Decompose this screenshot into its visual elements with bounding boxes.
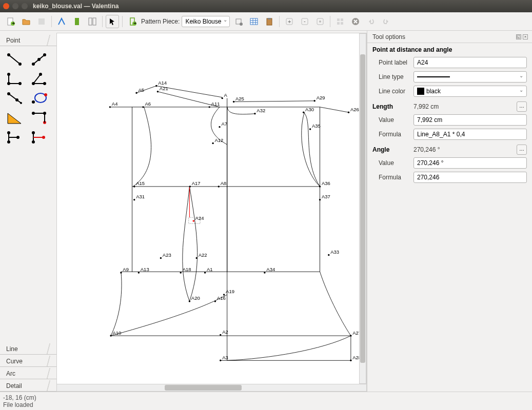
new-pattern-piece-button[interactable]: +	[126, 15, 139, 28]
tool-line-intersect-axis[interactable]	[29, 128, 49, 147]
tool-bisector[interactable]	[29, 70, 49, 88]
svg-text:A36: A36	[322, 180, 330, 186]
config-button[interactable]	[232, 15, 245, 28]
angle-value-input[interactable]	[413, 157, 527, 169]
table-button[interactable]	[247, 15, 261, 28]
svg-text:+: +	[133, 20, 136, 26]
svg-text:A15: A15	[136, 180, 145, 186]
svg-text:A16: A16	[217, 295, 226, 301]
svg-line-81	[234, 101, 315, 102]
svg-point-138	[204, 272, 206, 273]
svg-text:A30: A30	[305, 107, 314, 112]
horizontal-scrollbar[interactable]	[56, 384, 367, 392]
window-maximize-button[interactable]	[22, 3, 28, 9]
svg-text:A5: A5	[139, 87, 145, 93]
length-value-lbl: Value	[372, 116, 409, 124]
length-formula-input[interactable]	[413, 129, 527, 140]
svg-point-114	[133, 186, 135, 187]
svg-text:A24: A24	[195, 215, 204, 221]
accordion-tab-detail[interactable]: Detail	[0, 380, 56, 392]
new-file-button[interactable]: +	[4, 15, 17, 28]
window-close-button[interactable]	[3, 3, 9, 9]
svg-rect-16	[268, 18, 271, 19]
tool-triangle[interactable]	[4, 109, 25, 127]
length-formula-lbl: Formula	[372, 131, 409, 138]
vertical-scrollbar[interactable]	[359, 33, 366, 384]
tool-shoulder[interactable]	[4, 89, 25, 108]
accordion-tab-line[interactable]: Line	[0, 343, 56, 355]
line-color-combo[interactable]: black	[413, 86, 527, 97]
zoom-out-button[interactable]: -	[298, 15, 311, 28]
svg-point-136	[138, 272, 140, 273]
stop-button[interactable]	[349, 15, 362, 28]
angle-section-value: 270,246 °	[413, 146, 513, 153]
angle-expand-button[interactable]: …	[517, 145, 527, 155]
clipboard-button[interactable]	[263, 15, 276, 28]
svg-rect-25	[337, 22, 340, 25]
svg-point-106	[348, 111, 349, 113]
svg-rect-68	[227, 107, 320, 272]
point-label-input[interactable]	[413, 57, 527, 68]
main-toolbar: + + Pattern Piece: Keiko Blouse + -	[0, 12, 532, 31]
tool-name-header: Point at distance and angle	[367, 43, 532, 55]
tool-contact[interactable]	[29, 89, 49, 108]
tool-accordion: Point Line Curve Arc Detail	[0, 31, 56, 392]
svg-point-100	[219, 126, 220, 128]
panel-float-button[interactable]: ◱	[516, 34, 521, 39]
tool-arrow-blue-button[interactable]	[55, 15, 68, 28]
length-value-input[interactable]	[413, 114, 527, 126]
accordion-tab-curve[interactable]: Curve	[0, 356, 56, 367]
svg-text:A7: A7	[221, 121, 227, 127]
svg-rect-5	[93, 18, 96, 25]
window-minimize-button[interactable]	[12, 3, 18, 9]
tool-piece-button[interactable]	[70, 15, 84, 28]
tool-normal[interactable]	[4, 70, 25, 88]
drawing-canvas[interactable]: AA4A5A6A14A21A25A11A7A12A29A26A32A30A35A…	[56, 33, 367, 384]
svg-text:A23: A23	[163, 252, 171, 258]
pattern-piece-combo[interactable]: Keiko Blouse	[182, 16, 230, 27]
svg-point-112	[309, 128, 311, 130]
svg-point-152	[220, 334, 221, 336]
tool-layout-button[interactable]	[86, 15, 99, 28]
svg-point-22	[319, 20, 321, 23]
svg-point-158	[350, 360, 351, 361]
svg-text:A13: A13	[141, 266, 149, 272]
line-type-preview	[417, 76, 450, 77]
save-file-button[interactable]	[35, 15, 48, 28]
length-expand-button[interactable]: …	[517, 101, 527, 112]
svg-text:A8: A8	[221, 180, 227, 186]
tool-options-title: Tool options	[372, 33, 405, 40]
angle-section-label: Angle	[372, 146, 409, 153]
line-type-combo[interactable]	[413, 71, 527, 83]
svg-text:A25: A25	[235, 96, 244, 101]
undo-button[interactable]	[364, 15, 378, 28]
svg-point-122	[319, 186, 321, 187]
svg-text:A35: A35	[312, 123, 321, 129]
svg-text:A14: A14	[158, 80, 167, 86]
accordion-tab-arc[interactable]: Arc	[0, 368, 56, 379]
svg-point-154	[350, 335, 351, 336]
angle-formula-lbl: Formula	[372, 174, 409, 181]
window-title: keiko_blouse.val — Valentina	[33, 3, 119, 10]
tool-height[interactable]	[4, 128, 25, 147]
zoom-fit-button[interactable]	[313, 15, 327, 28]
history-button[interactable]	[333, 15, 347, 28]
svg-point-124	[319, 199, 321, 200]
tool-point-intersection[interactable]	[29, 109, 49, 127]
pointer-tool-button[interactable]	[106, 15, 119, 28]
open-file-button[interactable]	[19, 15, 33, 28]
svg-rect-10	[250, 18, 258, 25]
redo-button[interactable]	[380, 15, 393, 28]
svg-text:A19: A19	[226, 289, 234, 294]
zoom-in-button[interactable]: +	[283, 15, 296, 28]
length-section-value: 7,992 cm	[413, 103, 513, 110]
tool-along-line[interactable]	[29, 50, 49, 69]
accordion-tab-point[interactable]: Point	[0, 35, 56, 46]
svg-line-44	[33, 74, 41, 84]
panel-close-button[interactable]: ×	[523, 34, 528, 39]
tool-endline[interactable]	[4, 50, 25, 69]
point-tools-panel	[0, 46, 56, 342]
svg-text:A10: A10	[113, 330, 122, 336]
angle-formula-input[interactable]	[413, 172, 527, 183]
pattern-piece-value: Keiko Blouse	[185, 18, 221, 25]
